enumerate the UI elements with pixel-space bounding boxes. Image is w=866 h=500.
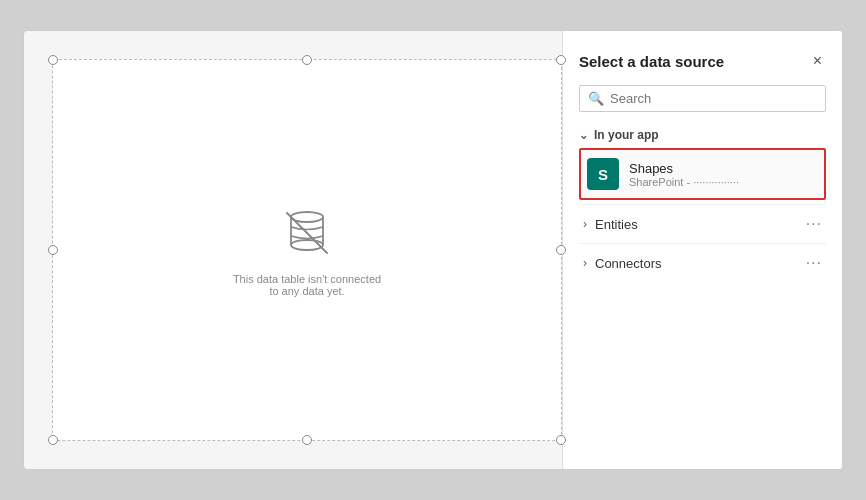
handle-bottom-left[interactable] bbox=[48, 435, 58, 445]
connectors-section[interactable]: › Connectors ··· bbox=[579, 243, 826, 282]
search-icon: 🔍 bbox=[588, 91, 604, 106]
connectors-chevron-icon: › bbox=[583, 256, 587, 270]
close-button[interactable]: × bbox=[809, 51, 826, 71]
canvas-content: This data table isn't connected to any d… bbox=[227, 203, 387, 297]
search-box[interactable]: 🔍 bbox=[579, 85, 826, 112]
entities-more-icon[interactable]: ··· bbox=[806, 215, 822, 233]
chevron-down-icon: ⌄ bbox=[579, 129, 588, 142]
entities-label: Entities bbox=[595, 217, 638, 232]
shapes-icon-letter: S bbox=[598, 166, 608, 183]
entities-left: › Entities bbox=[583, 217, 638, 232]
right-panel: Select a data source × 🔍 ⌄ In your app S… bbox=[562, 31, 842, 469]
entities-chevron-icon: › bbox=[583, 217, 587, 231]
connectors-left: › Connectors bbox=[583, 256, 661, 271]
canvas-label: This data table isn't connected to any d… bbox=[227, 273, 387, 297]
in-your-app-section[interactable]: ⌄ In your app bbox=[579, 128, 826, 142]
main-card: This data table isn't connected to any d… bbox=[23, 30, 843, 470]
handle-mid-right[interactable] bbox=[556, 245, 566, 255]
shapes-sub: SharePoint - ··············· bbox=[629, 176, 789, 188]
connectors-more-icon[interactable]: ··· bbox=[806, 254, 822, 272]
handle-mid-left[interactable] bbox=[48, 245, 58, 255]
panel-header: Select a data source × bbox=[579, 51, 826, 71]
panel-title: Select a data source bbox=[579, 53, 724, 70]
handle-bottom-mid[interactable] bbox=[302, 435, 312, 445]
shapes-info: Shapes SharePoint - ··············· bbox=[629, 161, 818, 188]
connectors-label: Connectors bbox=[595, 256, 661, 271]
canvas-area: This data table isn't connected to any d… bbox=[52, 59, 562, 441]
in-your-app-label: In your app bbox=[594, 128, 659, 142]
entities-section[interactable]: › Entities ··· bbox=[579, 204, 826, 243]
shapes-item[interactable]: S Shapes SharePoint - ··············· bbox=[579, 148, 826, 200]
shapes-name: Shapes bbox=[629, 161, 818, 176]
handle-top-mid[interactable] bbox=[302, 55, 312, 65]
search-input[interactable] bbox=[610, 91, 817, 106]
handle-top-left[interactable] bbox=[48, 55, 58, 65]
shapes-icon: S bbox=[587, 158, 619, 190]
database-icon bbox=[277, 203, 337, 263]
handle-top-right[interactable] bbox=[556, 55, 566, 65]
handle-bottom-right[interactable] bbox=[556, 435, 566, 445]
